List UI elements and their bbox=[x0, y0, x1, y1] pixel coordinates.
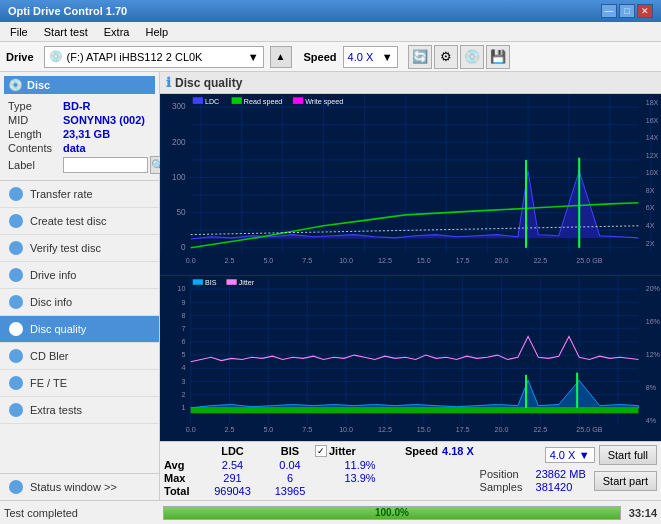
max-ldc: 291 bbox=[200, 472, 265, 484]
sidebar-label-create-test-disc: Create test disc bbox=[30, 215, 106, 227]
svg-text:2.5: 2.5 bbox=[225, 425, 235, 434]
svg-text:12.5: 12.5 bbox=[378, 425, 392, 434]
drive-select[interactable]: 💿 (F:) ATAPI iHBS112 2 CL0K ▼ bbox=[44, 46, 264, 68]
speed-dropdown-icon: ▼ bbox=[382, 51, 393, 63]
avg-label: Avg bbox=[164, 459, 200, 471]
speed-select[interactable]: 4.0 X ▼ bbox=[343, 46, 398, 68]
length-label: Length bbox=[8, 128, 63, 140]
ldc-header: LDC bbox=[200, 445, 265, 457]
sidebar-label-disc-quality: Disc quality bbox=[30, 323, 86, 335]
sidebar-label-extra-tests: Extra tests bbox=[30, 404, 82, 416]
sidebar-item-drive-info[interactable]: Drive info bbox=[0, 262, 159, 289]
svg-text:10.0: 10.0 bbox=[339, 256, 353, 265]
svg-text:8X: 8X bbox=[646, 186, 655, 195]
svg-rect-106 bbox=[193, 280, 203, 285]
svg-text:7.5: 7.5 bbox=[302, 425, 312, 434]
menu-help[interactable]: Help bbox=[139, 24, 174, 40]
svg-text:9: 9 bbox=[182, 298, 186, 307]
svg-text:Read speed: Read speed bbox=[244, 97, 282, 106]
close-button[interactable]: ✕ bbox=[637, 4, 653, 18]
svg-text:25.0 GB: 25.0 GB bbox=[576, 256, 602, 265]
speed-combo-value: 4.0 X bbox=[550, 449, 576, 461]
sidebar-item-verify-test-disc[interactable]: Verify test disc bbox=[0, 235, 159, 262]
stats-area: LDC BIS ✓ Jitter Speed 4.18 X Avg bbox=[160, 441, 661, 500]
svg-text:2.5: 2.5 bbox=[225, 256, 235, 265]
chart2-svg: 10 9 8 7 6 5 4 3 2 1 20% 16% 12% 8% 4% bbox=[160, 276, 661, 441]
sidebar-item-create-test-disc[interactable]: Create test disc bbox=[0, 208, 159, 235]
disc-button[interactable]: 💿 bbox=[460, 45, 484, 69]
contents-label: Contents bbox=[8, 142, 63, 154]
start-part-button[interactable]: Start part bbox=[594, 471, 657, 491]
chart1-svg: 300 200 100 50 0 18X 16X 14X 12X 10X 8X … bbox=[160, 94, 661, 275]
menu-file[interactable]: File bbox=[4, 24, 34, 40]
speed-label: Speed bbox=[304, 51, 337, 63]
svg-text:7.5: 7.5 bbox=[302, 256, 312, 265]
svg-marker-111 bbox=[191, 408, 639, 413]
jitter-header: Jitter bbox=[329, 445, 356, 457]
type-value: BD-R bbox=[63, 100, 91, 112]
disc-section: 💿 Disc Type BD-R MID SONYNN3 (002) Lengt… bbox=[0, 72, 159, 181]
sidebar-item-disc-info[interactable]: Disc info bbox=[0, 289, 159, 316]
app-title: Opti Drive Control 1.70 bbox=[8, 5, 127, 17]
window-controls: — □ ✕ bbox=[601, 4, 653, 18]
svg-text:Jitter: Jitter bbox=[239, 278, 255, 287]
charts-area: 300 200 100 50 0 18X 16X 14X 12X 10X 8X … bbox=[160, 94, 661, 441]
svg-text:4X: 4X bbox=[646, 221, 655, 230]
svg-text:8: 8 bbox=[182, 311, 186, 320]
sidebar-item-status-window[interactable]: Status window >> bbox=[0, 474, 159, 500]
jitter-checkbox[interactable]: ✓ bbox=[315, 445, 327, 457]
menu-start-test[interactable]: Start test bbox=[38, 24, 94, 40]
samples-value: 381420 bbox=[536, 481, 573, 493]
sidebar-item-cd-bler[interactable]: CD Bler bbox=[0, 343, 159, 370]
settings-button[interactable]: ⚙ bbox=[434, 45, 458, 69]
disc-quality-icon bbox=[8, 321, 24, 337]
sidebar-item-disc-quality[interactable]: Disc quality bbox=[0, 316, 159, 343]
speed-combo[interactable]: 4.0 X ▼ bbox=[545, 447, 595, 463]
drive-dropdown-icon: ▼ bbox=[248, 51, 259, 63]
svg-rect-108 bbox=[226, 280, 236, 285]
sidebar-label-drive-info: Drive info bbox=[30, 269, 76, 281]
max-label: Max bbox=[164, 472, 200, 484]
minimize-button[interactable]: — bbox=[601, 4, 617, 18]
svg-text:100: 100 bbox=[172, 171, 186, 181]
svg-rect-50 bbox=[232, 97, 242, 104]
svg-text:0.0: 0.0 bbox=[186, 256, 196, 265]
svg-text:22.5: 22.5 bbox=[533, 425, 547, 434]
nav-items: Transfer rate Create test disc Verify te… bbox=[0, 181, 159, 424]
disc-info-grid: Type BD-R MID SONYNN3 (002) Length 23,31… bbox=[4, 98, 155, 176]
svg-text:22.5: 22.5 bbox=[533, 256, 547, 265]
svg-text:12%: 12% bbox=[646, 350, 661, 359]
bis-header: BIS bbox=[265, 445, 315, 457]
disc-label-row: Label 🔍 bbox=[8, 156, 151, 174]
svg-text:20%: 20% bbox=[646, 284, 661, 293]
toolbar-icons: 🔄 ⚙ 💿 💾 bbox=[408, 45, 510, 69]
sidebar-item-fe-te[interactable]: FE / TE bbox=[0, 370, 159, 397]
disc-quality-header: ℹ Disc quality bbox=[160, 72, 661, 94]
svg-text:16%: 16% bbox=[646, 317, 661, 326]
svg-text:17.5: 17.5 bbox=[456, 256, 470, 265]
status-window-icon bbox=[8, 479, 24, 495]
maximize-button[interactable]: □ bbox=[619, 4, 635, 18]
eject-button[interactable]: ▲ bbox=[270, 46, 292, 68]
svg-text:6: 6 bbox=[182, 337, 186, 346]
start-full-button[interactable]: Start full bbox=[599, 445, 657, 465]
svg-text:0: 0 bbox=[181, 242, 186, 252]
save-button[interactable]: 💾 bbox=[486, 45, 510, 69]
svg-text:25.0 GB: 25.0 GB bbox=[576, 425, 602, 434]
status-bar: Test completed 100.0% 33:14 bbox=[0, 500, 661, 524]
refresh-button[interactable]: 🔄 bbox=[408, 45, 432, 69]
svg-text:2X: 2X bbox=[646, 238, 655, 247]
sidebar-item-transfer-rate[interactable]: Transfer rate bbox=[0, 181, 159, 208]
label-input[interactable] bbox=[63, 157, 148, 173]
avg-jitter: 11.9% bbox=[315, 459, 405, 471]
svg-text:0.0: 0.0 bbox=[186, 425, 196, 434]
position-row: Position 23862 MB bbox=[480, 468, 586, 480]
length-value: 23,31 GB bbox=[63, 128, 110, 140]
menu-extra[interactable]: Extra bbox=[98, 24, 136, 40]
speed-stat-value: 4.18 X bbox=[442, 445, 474, 457]
sidebar-item-extra-tests[interactable]: Extra tests bbox=[0, 397, 159, 424]
sidebar-label-verify-test-disc: Verify test disc bbox=[30, 242, 101, 254]
svg-text:8%: 8% bbox=[646, 383, 657, 392]
disc-contents-row: Contents data bbox=[8, 142, 151, 154]
pos-info: Position 23862 MB Samples 381420 bbox=[480, 468, 586, 493]
